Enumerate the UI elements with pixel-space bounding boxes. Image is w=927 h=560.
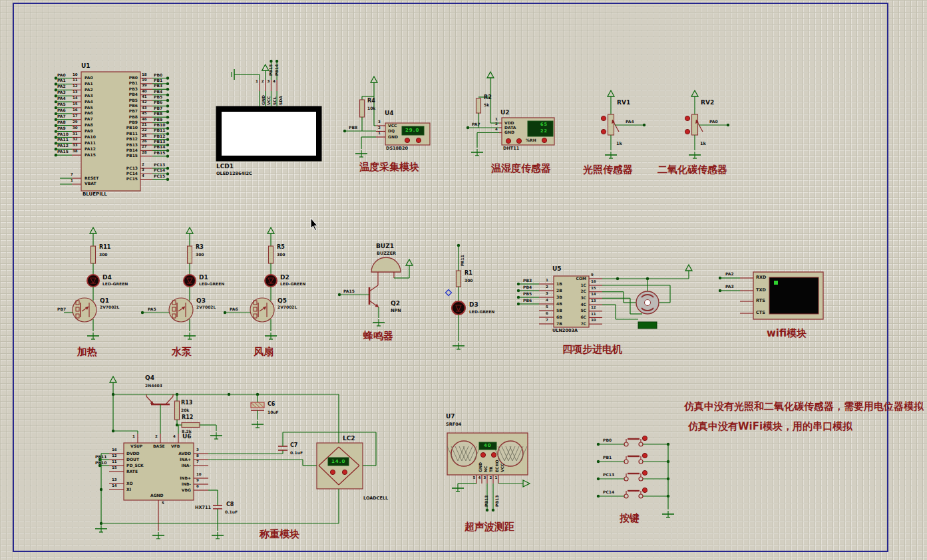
net-label: PB13 <box>154 140 165 144</box>
resistor-r12[interactable] <box>182 423 200 428</box>
pin-name: PA2 <box>85 88 93 92</box>
junction-dot <box>166 99 169 102</box>
power-arrow-icon <box>371 76 377 82</box>
pin-name: PB1 <box>119 81 138 85</box>
pin-number: 2 <box>142 163 144 167</box>
temp-dec-button[interactable] <box>405 138 409 142</box>
button-contact <box>639 494 643 498</box>
pin-number: 46 <box>142 118 147 122</box>
pin-number: 16 <box>73 108 78 112</box>
loadcell-value: LOADCELL <box>363 496 388 501</box>
pin-number: 27 <box>142 145 147 149</box>
resistor-R5[interactable] <box>269 246 274 263</box>
dht-button[interactable] <box>506 138 510 143</box>
temp-inc-button[interactable] <box>416 138 421 142</box>
resistor-R3[interactable] <box>188 246 192 263</box>
transistor-ref: Q2 <box>391 301 400 307</box>
key-button[interactable] <box>642 453 647 458</box>
resistor-R11[interactable] <box>91 246 96 263</box>
potentiometer-RV2[interactable] <box>692 114 698 135</box>
net-label: PB5 <box>523 292 532 296</box>
motor-shaft <box>645 300 651 306</box>
pin-name: VBAT <box>85 182 96 186</box>
fet-ref: Q5 <box>278 298 287 304</box>
buzzer[interactable] <box>371 257 401 272</box>
caption-dht-module: 温湿度传感器 <box>491 164 551 174</box>
pin-name: VFB <box>171 444 180 448</box>
junction-dot <box>166 121 169 124</box>
net-label: PB0 <box>154 73 162 77</box>
buzzer-value: BUZZER <box>377 251 396 256</box>
pot-down-button[interactable] <box>601 129 606 134</box>
sonar-inc-button[interactable] <box>491 452 496 457</box>
pin-name: VCC <box>388 124 397 128</box>
led-ref: D2 <box>280 275 289 281</box>
schematic-canvas[interactable]: U1BLUEPILLPA010PA0PA111PA1PA212PA2PA313P… <box>0 0 927 560</box>
button-contact <box>624 460 628 464</box>
pin-name: DATA <box>504 126 516 130</box>
loadcell-dec-button[interactable] <box>330 470 335 474</box>
led-d3[interactable] <box>452 301 465 315</box>
net-label: PB3 <box>154 84 162 88</box>
potentiometer-RV1[interactable] <box>608 114 614 135</box>
pin-name: PB3 <box>119 87 138 91</box>
caption-temp-module: 温度采集模块 <box>359 162 419 173</box>
pin-name: 2B <box>556 289 562 293</box>
pin-number: 2 <box>546 285 548 289</box>
resistor-r4[interactable] <box>360 100 365 117</box>
dht-button[interactable] <box>516 138 521 143</box>
net-label: PA7 <box>472 122 480 126</box>
button-contact <box>639 442 643 446</box>
loadcell-inc-button[interactable] <box>342 470 347 474</box>
pin-number: 4 <box>273 80 276 84</box>
pin-number: 43 <box>142 106 147 110</box>
net-label: PA12 <box>57 144 69 148</box>
net-label: PB15 <box>269 65 273 76</box>
pin-name: INB- <box>172 482 191 486</box>
resistor-r2[interactable] <box>476 98 481 113</box>
pin-name: PB4 <box>119 92 138 96</box>
resistor-r13[interactable] <box>175 401 180 420</box>
ultrasonic-transducer[interactable] <box>498 441 523 466</box>
led-D1[interactable] <box>184 275 196 287</box>
junction-dot <box>166 178 169 181</box>
power-arrow-icon <box>186 227 193 233</box>
net-label: PB5 <box>154 95 162 99</box>
caption-buzzer: 蜂鸣器 <box>363 331 393 342</box>
pot-down-button[interactable] <box>685 129 689 134</box>
button-contact <box>624 477 628 481</box>
pot-up-button[interactable] <box>685 116 689 120</box>
led-D4[interactable] <box>87 275 99 287</box>
pin-number: 16 <box>112 448 117 452</box>
led-type: LED-GREEN <box>280 282 305 286</box>
pin-name: GND <box>262 95 266 105</box>
pin-number: 7 <box>196 460 199 464</box>
resistor-ref: R1 <box>464 271 472 276</box>
resistor-r1[interactable] <box>457 271 461 287</box>
key-button[interactable] <box>642 470 647 475</box>
pin-number: 3 <box>267 80 270 84</box>
pin-name: NC <box>484 466 488 472</box>
key-button[interactable] <box>642 488 647 492</box>
net-label: PA4 <box>626 120 634 124</box>
pin-name: 7C <box>572 322 586 326</box>
resistor-value: 20k <box>181 408 189 412</box>
key-button[interactable] <box>642 436 647 440</box>
pin-name: PB13 <box>119 143 138 147</box>
sonar-dec-button[interactable] <box>480 452 485 457</box>
pin-name: 7B <box>556 322 562 326</box>
power-arrow-icon <box>608 90 614 96</box>
resistor-ref: R5 <box>277 245 285 250</box>
led-D2[interactable] <box>265 275 277 287</box>
resistor-value: 10k <box>367 106 375 110</box>
pot-up-button[interactable] <box>601 116 606 120</box>
power-arrow-icon <box>691 90 698 96</box>
ultrasonic-transducer[interactable] <box>451 441 476 466</box>
module-ref: U4 <box>385 110 394 116</box>
net-label: PB1 <box>154 78 162 82</box>
pin-name: VCC <box>267 96 271 105</box>
dht-button[interactable] <box>542 138 546 142</box>
caption-scale: 称重模块 <box>260 529 299 540</box>
stepper-display[interactable] <box>638 322 657 329</box>
net-label: PA4 <box>57 96 66 100</box>
